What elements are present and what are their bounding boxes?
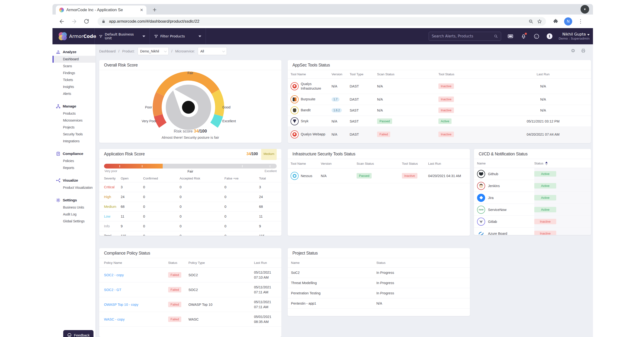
table-row[interactable]: Jenkins Active — [474, 180, 591, 192]
bookmark-star-icon[interactable] — [537, 19, 542, 24]
browser-menu-icon[interactable]: ⋮ — [578, 18, 583, 24]
feedback-button[interactable]: Feedback — [63, 330, 94, 337]
product-filter[interactable]: Filter Products — [150, 34, 206, 38]
policy-link[interactable]: WASC - copy — [104, 318, 124, 321]
sidebar-item-findings[interactable]: Findings — [52, 70, 96, 76]
status-badge: Failed — [168, 317, 181, 322]
table-row[interactable]: Medium6800068 — [99, 202, 282, 212]
card-title: Application Risk Score — [104, 149, 145, 159]
table-row[interactable]: Total115000115 — [99, 231, 282, 236]
table-row[interactable]: Burpsuite 1.7 DAST N/A Inactive N/A — [288, 94, 591, 105]
extensions-icon[interactable] — [553, 18, 558, 24]
table-row[interactable]: Info90009 — [99, 221, 282, 231]
card-title: CI/CD & Notification Status — [474, 149, 591, 159]
table-row[interactable]: SOC2 - GT Failed SOC2 05/11/202107:11 AM — [99, 283, 282, 297]
bandit-icon — [290, 106, 299, 114]
sortable-column-status[interactable]: Status — [534, 162, 543, 165]
tab-search-menu-button[interactable]: ▼ — [580, 5, 589, 13]
caret-down-icon — [587, 34, 590, 35]
sidebar-item-dashboard[interactable]: Dashboard — [52, 56, 96, 63]
notifications-bell-icon[interactable] — [521, 33, 526, 39]
sidebar-item-security-tools[interactable]: Security Tools — [52, 131, 96, 138]
address-bar[interactable]: app.armorcode.com/#/dashboard/product/ss… — [98, 17, 546, 26]
table-row[interactable]: Gitlab Inactive — [474, 216, 591, 228]
sidebar-item-business-units[interactable]: Business Units — [52, 204, 96, 211]
keycard-icon[interactable] — [507, 33, 514, 39]
dashboard-settings-gear-icon[interactable] — [570, 48, 576, 53]
sidebar-item-projects[interactable]: Projects — [52, 124, 96, 131]
table-row[interactable]: Jira Active — [474, 192, 591, 204]
product-select[interactable]: Demo_Nikhil — [138, 47, 169, 55]
table-row[interactable]: Snyk N/A SAST Passed Active 05/11/2021 0… — [288, 116, 591, 127]
business-unit-filter[interactable]: Default Business Unit — [95, 32, 150, 40]
table-row[interactable]: Threat ModellingIn Progress — [288, 278, 470, 288]
table-row[interactable]: Azure Board Inactive — [474, 228, 591, 235]
browser-tab[interactable]: ArmorCode Inc - Application Se × — [56, 5, 146, 14]
table-row[interactable]: Qualys Webapp N/A DAST Failed Inactive 0… — [288, 127, 591, 142]
new-tab-button[interactable]: + — [153, 6, 156, 13]
cicd-notification-status-card: CI/CD & Notification Status Name Status … — [474, 149, 591, 235]
gauge-label-very-poor: Very Poor — [142, 119, 156, 123]
reload-button[interactable] — [84, 18, 90, 24]
policy-link[interactable]: SOC2 - GT — [104, 288, 122, 292]
table-header: SeverityOpenConfirmedAccepted RiskFalse … — [99, 175, 282, 182]
policy-link[interactable]: OWASP Top 10 - copy — [104, 303, 138, 307]
sidebar-item-scans[interactable]: Scans — [52, 63, 96, 70]
browser-profile-avatar[interactable]: N — [564, 17, 572, 25]
sidebar-item-insights[interactable]: Insights — [52, 83, 96, 90]
sidebar-item-integrations[interactable]: Integrations — [52, 138, 96, 145]
url-text[interactable]: app.armorcode.com/#/dashboard/product/ss… — [109, 19, 525, 24]
browser-tab-strip: ArmorCode Inc - Application Se × + ▼ — [52, 4, 593, 14]
status-badge: Inactive — [534, 231, 556, 235]
table-row[interactable]: Qualys Infrastructure N/A DAST N/A Inact… — [288, 79, 591, 94]
sidebar-item-policies[interactable]: Policies — [52, 158, 96, 164]
info-icon[interactable]: i — [547, 33, 552, 39]
print-icon[interactable] — [581, 48, 586, 53]
policy-link[interactable]: SOC2 - copy — [104, 273, 124, 277]
forward-button[interactable] — [71, 18, 77, 24]
risk-score-line: Risk score 34/100 — [99, 129, 282, 134]
application-risk-score-card: Application Risk Score 34/100 Medium Ver… — [99, 149, 282, 236]
table-row[interactable]: Github Active — [474, 168, 591, 180]
table-row[interactable]: WASC - copy Failed WASC 05/01/202108:35 … — [99, 312, 282, 327]
table-row[interactable]: Nessus N/A Passed Inactive 04/20/2021 04… — [288, 168, 470, 183]
table-row[interactable]: Pentestin - app1N/A — [288, 298, 470, 309]
sidebar-item-reports[interactable]: Reports — [52, 164, 96, 171]
table-row[interactable]: Critical30003 — [99, 182, 282, 192]
sidebar-item-global-settings[interactable]: Global Settings — [52, 218, 96, 225]
table-row[interactable]: High2400024 — [99, 192, 282, 202]
sidebar-item-alerts[interactable]: Alerts — [52, 90, 96, 97]
sort-icon[interactable] — [545, 162, 548, 165]
sidebar-item-microservices[interactable]: Microservices — [52, 117, 96, 124]
tab-close-icon[interactable]: × — [140, 7, 143, 13]
table-row[interactable]: SOC2 - copy Failed SOC2 05/11/202107:10 … — [99, 268, 282, 283]
microservice-select[interactable]: All — [198, 47, 227, 55]
sidebar-section-compliance: Compliance — [52, 151, 96, 158]
jenkins-icon — [477, 182, 485, 190]
support-icon[interactable] — [534, 33, 540, 39]
search-input[interactable]: Search Alerts, Products — [428, 32, 501, 41]
sidebar-item-product-visualization[interactable]: Product Visualization — [52, 184, 96, 191]
armorcode-logo[interactable]: ArmorCode — [52, 32, 94, 41]
table-row[interactable]: Bandit 1.6.2 SAST N/A Inactive N/A — [288, 105, 591, 116]
table-row[interactable]: Low1100011 — [99, 212, 282, 221]
sidebar-item-products[interactable]: Products — [52, 110, 96, 117]
table-row[interactable]: nowServiceNow Active — [474, 204, 591, 216]
zoom-out-icon[interactable] — [528, 19, 534, 24]
brand-name: ArmorCode — [69, 34, 96, 39]
user-menu[interactable]: Nikhil Gupta Demo : Superadmin — [558, 32, 590, 40]
sidebar-item-tickets[interactable]: Tickets — [52, 76, 96, 83]
table-row[interactable]: OWASP Top 10 - copy Failed OWASP Top 10 … — [99, 297, 282, 312]
table-row[interactable]: SoC2In Progress — [288, 268, 470, 278]
status-badge: Active — [438, 118, 452, 124]
tab-title: ArmorCode Inc - Application Se — [66, 8, 138, 12]
sidebar-item-audit-log[interactable]: Audit Log — [52, 211, 96, 218]
status-badge: Failed — [168, 302, 181, 307]
back-button[interactable] — [59, 18, 65, 24]
jira-icon — [477, 194, 485, 202]
table-row[interactable]: Penetration TestingIn Progress — [288, 288, 470, 298]
clipboard-icon — [56, 151, 60, 156]
status-badge: Inactive — [438, 132, 454, 137]
breadcrumb-dashboard[interactable]: Dashboard — [99, 49, 116, 53]
search-icon — [494, 34, 498, 38]
